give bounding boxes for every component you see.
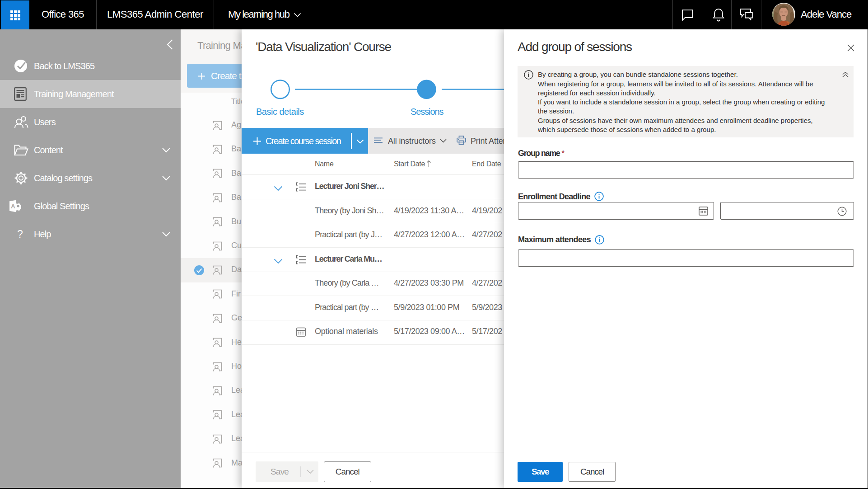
svg-text:A: A xyxy=(11,203,15,210)
